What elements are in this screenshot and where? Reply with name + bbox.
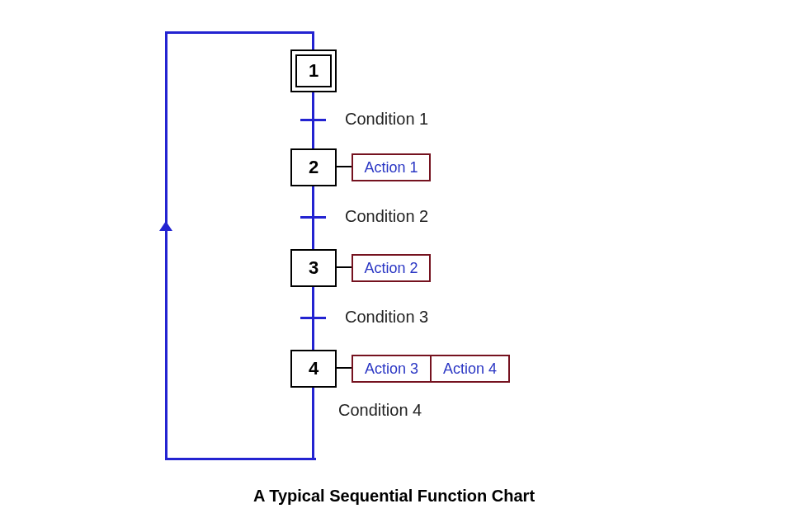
step-3: 3 <box>290 249 337 287</box>
condition-4-label: Condition 4 <box>338 401 422 420</box>
transition-3 <box>300 317 326 319</box>
sfc-diagram: 1 Condition 1 2 Action 1 Condition 2 3 A… <box>0 0 788 532</box>
step-3-label: 3 <box>309 257 319 279</box>
line-s4-bottom <box>312 388 314 460</box>
condition-2-label: Condition 2 <box>345 207 428 226</box>
action-1-label: Action 1 <box>364 159 418 177</box>
action-2-label: Action 2 <box>364 260 418 277</box>
action-3-label: Action 3 <box>365 360 418 378</box>
action-3-4: Action 3 Action 4 <box>352 355 510 383</box>
action-1: Action 1 <box>352 153 431 181</box>
step-2-label: 2 <box>309 157 319 178</box>
connector-s2-a1 <box>337 166 352 167</box>
condition-1-label: Condition 1 <box>345 110 428 129</box>
action-2: Action 2 <box>352 254 431 282</box>
feedback-top-line <box>165 31 314 34</box>
line-into-step1 <box>312 31 314 49</box>
action-4-label: Action 4 <box>443 360 497 378</box>
feedback-arrowhead <box>159 221 172 231</box>
step-1: 1 <box>290 49 337 92</box>
step-1-label: 1 <box>309 60 319 82</box>
diagram-caption: A Typical Sequential Function Chart <box>0 487 788 506</box>
step-4: 4 <box>290 350 337 388</box>
transition-1 <box>300 119 326 121</box>
transition-2 <box>300 216 326 219</box>
step-2: 2 <box>290 148 337 186</box>
feedback-bottom-line <box>165 458 316 460</box>
connector-s3-a2 <box>337 266 352 268</box>
condition-3-label: Condition 3 <box>345 308 428 327</box>
connector-s4-a34 <box>337 367 352 369</box>
feedback-left-line <box>165 31 168 460</box>
step-4-label: 4 <box>309 358 319 379</box>
